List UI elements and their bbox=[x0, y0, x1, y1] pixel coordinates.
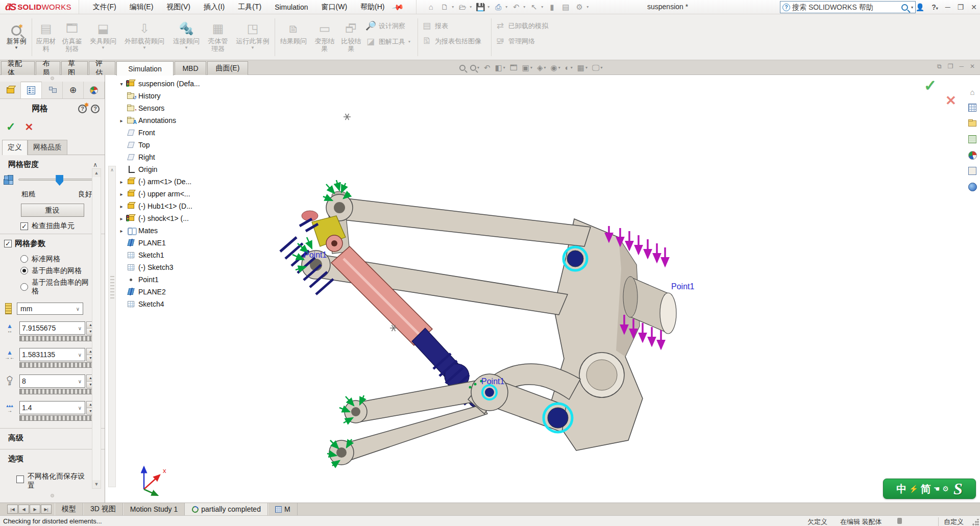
menu-tools[interactable]: 工具(T) bbox=[231, 0, 268, 14]
doc-minimize-icon[interactable]: ─ bbox=[959, 63, 964, 70]
first-tab-button[interactable]: |◀ bbox=[7, 505, 18, 514]
design-library-icon[interactable] bbox=[967, 118, 977, 129]
external-loads-advisor-button[interactable]: ⇩ 外部载荷顾问 ▼ bbox=[121, 17, 167, 57]
tab-sketch[interactable]: 草图 bbox=[61, 61, 88, 75]
new-study-button[interactable]: ✱ 新算例 ▼ bbox=[2, 17, 31, 57]
tab-displaymanager[interactable] bbox=[84, 82, 105, 98]
tree-item-history[interactable]: ↺History bbox=[118, 90, 220, 102]
include-image-button[interactable]: 🖻为报表包括图像 bbox=[422, 36, 488, 46]
rebuild-icon[interactable]: ▮ bbox=[546, 2, 558, 12]
growth-ratio-input[interactable]: 1.4∨ bbox=[19, 401, 85, 414]
tree-item-sketch4[interactable]: Sketch4 bbox=[118, 298, 220, 310]
standard-mesh-radio[interactable] bbox=[20, 255, 28, 263]
mesh-cancel-button[interactable]: ✕ bbox=[24, 122, 33, 132]
tree-item-hub1[interactable]: ▸(-) Hub1<1> (D... bbox=[118, 200, 220, 212]
apply-scene-icon[interactable]: ▦▾ bbox=[577, 63, 587, 72]
fixtures-dropdown-icon[interactable]: ▼ bbox=[101, 45, 105, 50]
panel-grip[interactable] bbox=[51, 77, 54, 80]
save-dropdown-icon[interactable]: ▾ bbox=[487, 5, 489, 9]
collapse-icon[interactable]: ∧ bbox=[93, 161, 97, 168]
tree-item-sensors[interactable]: ◔Sensors bbox=[118, 102, 220, 114]
collapsed-icon[interactable]: ▸ bbox=[118, 191, 125, 197]
print-icon[interactable]: ⎙ bbox=[492, 2, 504, 12]
collapsed-icon[interactable]: ▸ bbox=[118, 204, 125, 209]
menu-insert[interactable]: 插入(I) bbox=[197, 0, 231, 14]
menu-help[interactable]: 帮助(H) bbox=[354, 0, 391, 14]
tree-splitter[interactable]: ∧ bbox=[108, 166, 116, 487]
select-dropdown-icon[interactable]: ▾ bbox=[541, 5, 543, 9]
tab-mbd[interactable]: MBD bbox=[175, 61, 206, 75]
tree-item-upper-arm[interactable]: ▸(-) upper arm<... bbox=[118, 188, 220, 200]
section-view-icon[interactable]: ◧▾ bbox=[495, 63, 505, 72]
reset-button[interactable]: 重设 bbox=[21, 204, 84, 217]
check-distorted-checkbox[interactable]: ✓ bbox=[20, 222, 28, 230]
plot-tools-dropdown-icon[interactable]: ▾ bbox=[408, 39, 410, 44]
run-study-button[interactable]: ◳ 运行此算例 ▼ bbox=[233, 17, 273, 57]
run-study-dropdown-icon[interactable]: ▼ bbox=[251, 45, 255, 50]
collapsed-icon[interactable]: ▸ bbox=[118, 216, 125, 221]
home-taskpane-icon[interactable]: ⌂ bbox=[967, 87, 977, 97]
tab-featuremanager[interactable] bbox=[0, 82, 21, 98]
tab-motion-study[interactable]: Motion Study 1 bbox=[123, 503, 185, 515]
mesh-parameters-header[interactable]: ✓网格参数 ∧ bbox=[0, 234, 105, 252]
previous-view-icon[interactable]: ↶ bbox=[484, 63, 491, 72]
tab-model[interactable]: 模型 bbox=[55, 503, 83, 515]
custom-properties-icon[interactable] bbox=[967, 166, 977, 176]
shell-manager-button[interactable]: ▦ 壳体管理器 bbox=[205, 17, 231, 57]
menu-file[interactable]: 文件(F) bbox=[86, 0, 123, 14]
mesh-ok-button[interactable]: ✓ bbox=[6, 121, 15, 133]
resize-grip[interactable] bbox=[972, 519, 979, 525]
doc-close-icon[interactable]: ✕ bbox=[970, 63, 975, 70]
tab-mesh-quality[interactable]: 网格品质 bbox=[28, 140, 67, 155]
doc-split-icon[interactable]: ⧉ bbox=[937, 63, 942, 70]
tree-item-sketch3[interactable]: (-) Sketch3 bbox=[118, 261, 220, 273]
undo-dropdown-icon[interactable]: ▾ bbox=[523, 5, 525, 9]
confirm-ok-button[interactable]: ✓ bbox=[924, 77, 937, 94]
prev-tab-button[interactable]: ◀ bbox=[18, 505, 29, 514]
min-element-size-slider[interactable] bbox=[19, 362, 95, 368]
zoom-area-icon[interactable]: ▾ bbox=[470, 65, 479, 71]
deformed-result-button[interactable]: ▭ 变形结果 bbox=[312, 17, 337, 57]
file-properties-icon[interactable]: ▤ bbox=[559, 2, 572, 12]
tab-mesh[interactable]: M bbox=[268, 503, 298, 515]
slider-thumb[interactable] bbox=[56, 175, 63, 186]
tree-item-top-plane[interactable]: Top bbox=[118, 139, 220, 151]
max-element-size-slider[interactable] bbox=[19, 336, 95, 341]
user-account-icon[interactable]: 👤 bbox=[916, 3, 924, 11]
advan ced-header[interactable]: 高级∨ bbox=[0, 429, 105, 446]
restore-button[interactable]: ❐ bbox=[958, 3, 964, 11]
open-dropdown-icon[interactable]: ▾ bbox=[470, 5, 472, 9]
tree-item-shock[interactable]: ▸(-) shock<1> (... bbox=[118, 212, 220, 224]
last-tab-button[interactable]: ▶| bbox=[41, 505, 52, 514]
min-elements-circle-slider[interactable] bbox=[19, 389, 95, 394]
results-advisor-button[interactable]: 🗈 结果顾问 bbox=[277, 17, 310, 57]
status-custom[interactable]: 自定义 bbox=[938, 517, 964, 526]
tab-layout[interactable]: 布局 bbox=[36, 61, 60, 75]
expanded-icon[interactable]: ▾ bbox=[118, 81, 125, 87]
forum-globe-icon[interactable] bbox=[967, 182, 977, 192]
edit-appearance-icon[interactable]: ◐▾ bbox=[565, 63, 573, 72]
tab-surfaces[interactable]: 曲面(E) bbox=[207, 61, 248, 75]
options-gear-icon[interactable]: ⚙ bbox=[573, 2, 585, 12]
mesh-parameters-checkbox[interactable]: ✓ bbox=[4, 240, 12, 247]
offloaded-simulation-button[interactable]: ⇄已卸载的模拟 bbox=[495, 20, 561, 31]
menu-edit[interactable]: 编辑(E) bbox=[123, 0, 160, 14]
save-icon[interactable]: 💾 bbox=[474, 2, 486, 12]
search-icon[interactable] bbox=[901, 4, 908, 11]
tree-item-assembly[interactable]: ▾suspension (Defa... bbox=[118, 78, 220, 90]
resources-icon[interactable] bbox=[967, 103, 977, 113]
simulation-evaluator-button[interactable]: 🗔 仿真鉴别器 bbox=[59, 17, 85, 57]
tab-assembly[interactable]: 装配体 bbox=[1, 61, 35, 75]
tree-item-annotations[interactable]: ▸AAnnotations bbox=[118, 114, 220, 127]
tab-mesh-progress[interactable]: partially completed bbox=[185, 503, 268, 515]
view-orientation-icon[interactable]: ▣▾ bbox=[522, 63, 532, 72]
new-document-icon[interactable]: 🗋 bbox=[438, 2, 451, 12]
min-element-size-input[interactable]: 1.5831135∨ bbox=[19, 348, 85, 361]
minimize-button[interactable]: ─ bbox=[945, 3, 950, 11]
new-study-dropdown-icon[interactable]: ▼ bbox=[14, 45, 18, 50]
zoom-fit-icon[interactable] bbox=[459, 65, 465, 71]
tree-scroll-up-icon[interactable]: ∧ bbox=[109, 166, 115, 173]
panel-grip[interactable] bbox=[51, 494, 54, 497]
scroll-up-icon[interactable]: ▲ bbox=[92, 169, 101, 177]
tab-3d-views[interactable]: 3D 视图 bbox=[83, 503, 123, 515]
